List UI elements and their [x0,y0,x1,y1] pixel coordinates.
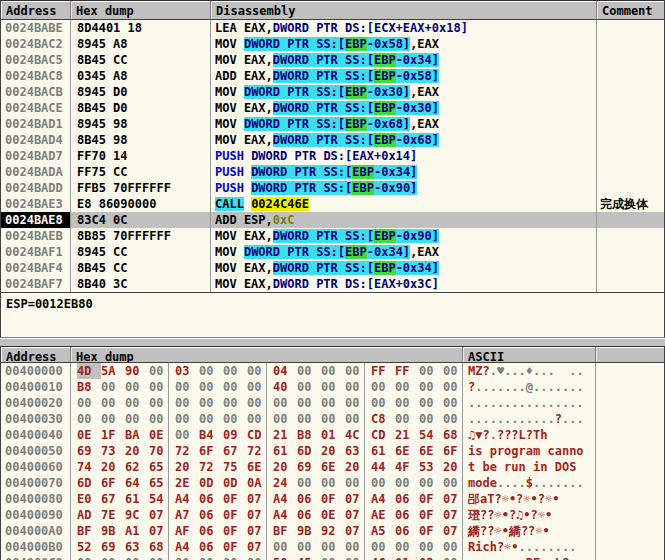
hex-byte[interactable]: 40 [273,379,297,395]
hex-byte[interactable]: 00 [443,379,463,395]
hex-byte[interactable]: 00 [345,395,365,411]
hex-byte[interactable]: 07 [247,523,267,539]
hex-byte[interactable]: 68 [443,427,463,443]
hex-byte[interactable]: 06 [199,523,223,539]
hex-byte[interactable]: 00 [371,475,395,491]
hex-byte[interactable]: 54 [419,427,443,443]
hex-byte[interactable]: 00 [321,395,345,411]
disasm-address-cell[interactable]: 0024BAC8 [1,68,71,84]
dump-ascii-cell[interactable]: is program canno [463,443,596,459]
dump-row[interactable]: 0040002000000000000000000000000000000000… [1,395,664,411]
hex-byte[interactable]: 00 [321,555,345,560]
hex-byte[interactable]: 0D [199,475,223,491]
hex-byte[interactable]: 06 [297,491,321,507]
dump-ascii-cell[interactable]: ?.......@....... [463,379,596,395]
hex-byte[interactable]: 00 [101,555,125,560]
hex-byte[interactable]: 00 [247,411,267,427]
hex-byte[interactable]: 00 [199,379,223,395]
disasm-instruction-cell[interactable]: LEA EAX,DWORD PTR DS:[ECX+EAX+0x18] [211,20,597,36]
dump-ascii-cell[interactable]: ............?... [463,411,596,427]
dump-ascii-cell[interactable]: mode....$....... [463,475,596,491]
dump-byte-group[interactable]: 4D5A9000 [71,363,169,379]
hex-byte[interactable]: 07 [345,523,365,539]
hex-byte[interactable]: 9B [297,523,321,539]
hex-byte[interactable]: 03 [175,363,199,379]
hex-byte[interactable]: 00 [199,395,223,411]
hex-byte[interactable]: 00 [125,379,149,395]
disasm-comment-cell[interactable] [597,260,664,276]
hex-byte[interactable]: 00 [273,539,297,555]
dump-row[interactable]: 00400060742062652072756E20696E20444F5320… [1,459,664,475]
disasm-hexdump-cell[interactable]: E8 86090000 [71,196,211,212]
hex-byte[interactable]: 0F [419,523,443,539]
hex-byte[interactable]: 9C [125,507,149,523]
dump-address-cell[interactable]: 004000C0 [1,555,71,560]
hex-byte[interactable]: 0F [223,539,247,555]
dump-byte-group[interactable]: 00000000 [169,411,267,427]
hex-byte[interactable]: 00 [345,475,365,491]
hex-byte[interactable]: 20 [443,459,463,475]
hex-byte[interactable]: 00 [223,363,247,379]
disasm-hexdump-cell[interactable]: 8B85 70FFFFFF [71,228,211,244]
disasm-row[interactable]: 0024BAC58B45 CCMOV EAX,DWORD PTR SS:[EBP… [1,52,664,68]
dump-byte-group[interactable]: 50450000 [267,555,365,560]
hex-byte[interactable]: 00 [223,395,247,411]
dump-address-cell[interactable]: 00400080 [1,491,71,507]
hex-byte[interactable]: 20 [125,443,149,459]
hex-byte[interactable]: 00 [371,539,395,555]
dump-byte-group[interactable]: FFFF0000 [365,363,463,379]
dump-row[interactable]: 004000004D5A90000300000004000000FFFF0000… [1,363,664,379]
disasm-instruction-cell[interactable]: PUSH DWORD PTR DS:[EAX+0x14] [211,148,597,164]
dump-byte-group[interactable]: 00000000 [71,555,169,560]
dump-byte-group[interactable]: 00000000 [71,411,169,427]
hex-byte[interactable]: 00 [395,411,419,427]
disasm-address-cell[interactable]: 0024BAD1 [1,116,71,132]
hex-byte[interactable]: 00 [77,395,101,411]
hex-byte[interactable]: 74 [77,459,101,475]
dump-byte-group[interactable]: 00000000 [267,395,365,411]
dump-byte-group[interactable]: 00000000 [365,379,463,395]
disasm-address-cell[interactable]: 0024BAF7 [1,276,71,292]
hex-byte[interactable]: CD [371,427,395,443]
dump-byte-group[interactable]: 2072756E [169,459,267,475]
hex-byte[interactable]: 44 [371,459,395,475]
disasm-instruction-cell[interactable]: MOV EAX,DWORD PTR SS:[EBP-0x30] [211,100,597,116]
hex-byte[interactable]: 07 [149,507,169,523]
dump-byte-group[interactable]: B8000000 [71,379,169,395]
hex-byte[interactable]: 6F [101,475,125,491]
disasm-hexdump-cell[interactable]: 8B40 3C [71,276,211,292]
dump-byte-group[interactable]: 40000000 [267,379,365,395]
hex-byte[interactable]: 72 [247,443,267,459]
hex-byte[interactable]: 63 [125,539,149,555]
hex-byte[interactable]: 00 [125,555,149,560]
hex-byte[interactable]: 00 [371,379,395,395]
hex-byte[interactable]: 62 [125,459,149,475]
disasm-comment-cell[interactable] [597,132,664,148]
hex-byte[interactable]: 00 [77,555,101,560]
dump-byte-group[interactable]: 24000000 [267,475,365,491]
disasm-comment-cell[interactable] [597,180,664,196]
hex-byte[interactable]: 00 [149,379,169,395]
disasm-address-cell[interactable]: 0024BAC5 [1,52,71,68]
hex-byte[interactable]: FF [371,363,395,379]
disasm-comment-cell[interactable] [597,228,664,244]
dump-row[interactable]: 00400010B8000000000000004000000000000000… [1,379,664,395]
dump-byte-group[interactable]: C8000000 [365,411,463,427]
hex-byte[interactable]: 07 [443,523,463,539]
hex-byte[interactable]: 0E [149,427,169,443]
disasm-address-cell[interactable]: 0024BAC2 [1,36,71,52]
hex-byte[interactable]: 20 [175,459,199,475]
hex-byte[interactable]: 00 [175,411,199,427]
hex-byte[interactable]: 00 [247,379,267,395]
dump-row[interactable]: 004000400E1FBA0E00B409CD21B8014CCD215468… [1,427,664,443]
dump-byte-group[interactable]: 4C010300 [365,555,463,560]
disasm-address-cell[interactable]: 0024BABE [1,20,71,36]
dump-row[interactable]: 00400080E0676154A4060F07A4060F07A4060F07… [1,491,664,507]
hex-byte[interactable]: 00 [443,475,463,491]
disasm-hexdump-cell[interactable]: 8945 A8 [71,36,211,52]
hex-byte[interactable]: A4 [175,491,199,507]
hex-byte[interactable]: 75 [223,459,247,475]
disasm-hexdump-cell[interactable]: FF75 CC [71,164,211,180]
dump-ascii-cell[interactable]: ♫▼?.???L?Th [463,427,596,443]
disasm-hexdump-cell[interactable]: 8945 98 [71,116,211,132]
